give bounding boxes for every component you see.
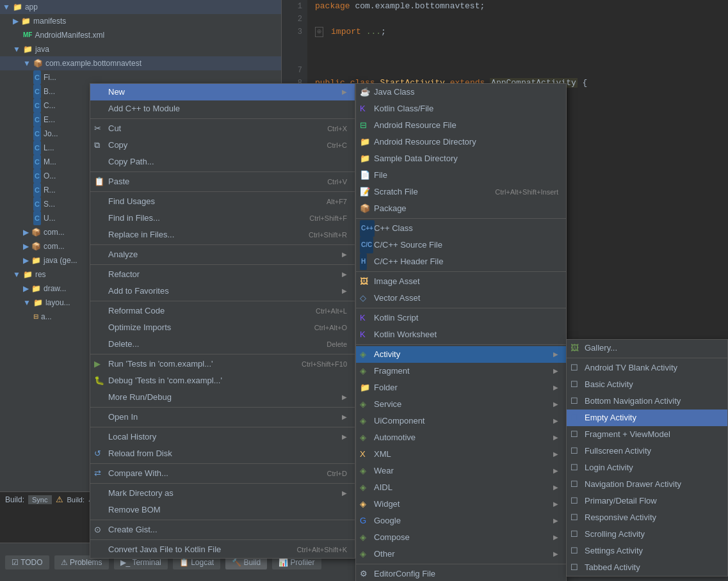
sync-button[interactable]: Sync [28,495,51,504]
menu-item-android-resource[interactable]: ⊟ Android Resource File [356,117,566,134]
tree-label: manifests [33,14,66,28]
menu-item-editorconfig[interactable]: ⚙ EditorConfig File [356,566,566,581]
menu-item-package[interactable]: 📦 Package [356,200,566,217]
menu-item-nav-drawer[interactable]: ☐ Navigation Drawer Activity [567,476,727,493]
menu-item-remove-bom[interactable]: Remove BOM [90,502,355,518]
menu-item-vector-asset[interactable]: ◇ Vector Asset [356,290,566,306]
menu-refactor-label: Refactor [108,266,140,283]
menu-item-compose[interactable]: ◈ Compose ▶ [356,529,566,546]
menu-item-convert-kotlin[interactable]: Convert Java File to Kotlin File Ctrl+Al… [90,541,355,558]
tab-terminal-label: Terminal [132,558,161,567]
menu-item-run-tests[interactable]: ▶ Run 'Tests in 'com.exampl...' Ctrl+Shi… [90,356,355,372]
menu-item-c-hdr[interactable]: H C/C++ Header File [356,253,566,270]
code-line-1: package com.example.bottomnavtest; [315,0,723,13]
menu-item-activity[interactable]: ◈ Activity ▶ [356,346,566,363]
menu-widget-label: Widget [374,496,400,513]
menu-item-wear[interactable]: ◈ Wear ▶ [356,463,566,479]
scratch-shortcut: Ctrl+Alt+Shift+Insert [495,184,558,200]
menu-item-copy-path[interactable]: Copy Path... [90,154,355,170]
menu-item-uicomponent[interactable]: ◈ UiComponent ▶ [356,413,566,429]
code-line-7 [315,64,723,77]
menu-item-fullscreen[interactable]: ☐ Fullscreen Activity [567,443,727,459]
menu-item-google[interactable]: G Google ▶ [356,513,566,529]
menu-item-aidl[interactable]: ◈ AIDL ▶ [356,479,566,496]
menu-item-responsive[interactable]: ☐ Responsive Activity [567,509,727,526]
menu-item-cut[interactable]: ✂ Cut Ctrl+X [90,120,355,137]
menu-item-kotlin-worksheet[interactable]: K Kotlin Worksheet [356,326,566,343]
tree-item-package[interactable]: ▼ 📦 com.example.bottomnavtest [0,56,281,70]
menu-item-settings[interactable]: ☐ Settings Activity [567,543,727,559]
menu-bottom-nav-label: Bottom Navigation Activity [585,393,681,410]
menu-automotive-label: Automotive [374,429,416,446]
menu-item-local-history[interactable]: Local History ▶ [90,429,355,445]
editorconfig-icon: ⚙ [360,566,368,581]
menu-paste-label: Paste [108,173,129,190]
menu-item-image-asset[interactable]: 🖼 Image Asset [356,273,566,290]
menu-item-fragment-viewmodel[interactable]: ☐ Fragment + ViewModel [567,426,727,443]
build-warning-text: Build: [67,496,85,504]
menu-item-fragment[interactable]: ◈ Fragment ▶ [356,363,566,379]
tree-item-fi[interactable]: C Fi... [0,70,281,84]
menu-item-bottom-nav[interactable]: ☐ Bottom Navigation Activity [567,393,727,410]
menu-item-favorites[interactable]: Add to Favorites ▶ [90,283,355,299]
menu-item-kotlin-file[interactable]: K Kotlin Class/File [356,100,566,117]
menu-item-create-gist[interactable]: ⊙ Create Gist... [90,521,355,538]
menu-item-file[interactable]: 📄 File [356,167,566,184]
tree-item-app[interactable]: ▼ 📁 app [0,0,281,14]
menu-item-refactor[interactable]: Refactor ▶ [90,266,355,283]
menu-android-resource-label: Android Resource File [374,117,457,134]
menu-item-paste[interactable]: 📋 Paste Ctrl+V [90,173,355,190]
menu-item-mark-dir[interactable]: Mark Directory as ▶ [90,485,355,502]
menu-item-android-resource-dir[interactable]: 📁 Android Resource Directory [356,134,566,150]
menu-item-scratch[interactable]: 📝 Scratch File Ctrl+Alt+Shift+Insert [356,184,566,200]
menu-item-debug-tests[interactable]: 🐛 Debug 'Tests in 'com.exampl...' [90,372,355,389]
menu-item-basic-activity[interactable]: ☐ Basic Activity [567,376,727,393]
reformat-shortcut: Ctrl+Alt+L [316,303,347,319]
menu-item-delete[interactable]: Delete... Delete [90,336,355,353]
menu-item-analyze[interactable]: Analyze ▶ [90,246,355,263]
menu-item-replace-files[interactable]: Replace in Files... Ctrl+Shift+R [90,227,355,243]
menu-remove-bom-label: Remove BOM [108,502,161,518]
menu-item-c-src[interactable]: C/C C/C++ Source File [356,237,566,253]
menu-item-copy[interactable]: ⧉ Copy Ctrl+C [90,137,355,154]
menu-item-sample-data[interactable]: 📁 Sample Data Directory [356,150,566,167]
menu-item-other[interactable]: ◈ Other ▶ [356,546,566,562]
menu-item-more-run[interactable]: More Run/Debug ▶ [90,389,355,406]
separator-13 [90,539,355,540]
menu-item-widget[interactable]: ◈ Widget ▶ [356,496,566,513]
menu-item-java-class[interactable]: ☕ Java Class [356,84,566,100]
menu-item-scrolling[interactable]: ☐ Scrolling Activity [567,526,727,543]
menu-item-new[interactable]: New ▶ [90,84,355,100]
tree-item-java[interactable]: ▼ 📁 java [0,42,281,56]
menu-item-kotlin-script[interactable]: K Kotlin Script [356,310,566,326]
menu-item-login[interactable]: ☐ Login Activity [567,459,727,476]
menu-item-cpp-class[interactable]: C++ C++ Class [356,220,566,237]
favorites-arrow: ▶ [342,283,347,299]
menu-item-open-in[interactable]: Open In ▶ [90,409,355,426]
menu-item-tv-blank[interactable]: ☐ Android TV Blank Activity [567,360,727,376]
menu-item-optimize[interactable]: Optimize Imports Ctrl+Alt+O [90,319,355,336]
menu-item-gallery[interactable]: 🖼 Gallery... [567,340,727,356]
menu-item-tabbed[interactable]: ☐ Tabbed Activity [567,559,727,576]
menu-item-reformat[interactable]: Reformat Code Ctrl+Alt+L [90,303,355,319]
menu-item-primary-detail[interactable]: ☐ Primary/Detail Flow [567,493,727,509]
menu-item-xml[interactable]: X XML ▶ [356,446,566,463]
menu-fullscreen-label: Fullscreen Activity [585,443,651,459]
c-hdr-icon: H [360,253,367,270]
menu-item-folder[interactable]: 📁 Folder ▶ [356,379,566,396]
kotlin-icon: K [360,100,366,117]
separator-new-3 [356,308,566,308]
menu-item-find-usages[interactable]: Find Usages Alt+F7 [90,193,355,210]
menu-item-compare[interactable]: ⇄ Compare With... Ctrl+D [90,465,355,482]
tree-item-manifests[interactable]: ▶ 📁 manifests [0,14,281,28]
menu-item-empty-activity[interactable]: ☐ Empty Activity [567,410,727,426]
tree-item-androidmanifest[interactable]: MF AndroidManifest.xml [0,28,281,42]
menu-item-automotive[interactable]: ◈ Automotive ▶ [356,429,566,446]
tab-todo[interactable]: ☑ TODO [5,555,49,569]
menu-item-reload[interactable]: ↺ Reload from Disk [90,445,355,462]
android-dir-icon: 📁 [360,134,370,150]
menu-item-add-cpp[interactable]: Add C++ to Module [90,100,355,117]
menu-item-find-files[interactable]: Find in Files... Ctrl+Shift+F [90,210,355,227]
menu-folder-label: Folder [374,379,398,396]
menu-item-service[interactable]: ◈ Service ▶ [356,396,566,413]
